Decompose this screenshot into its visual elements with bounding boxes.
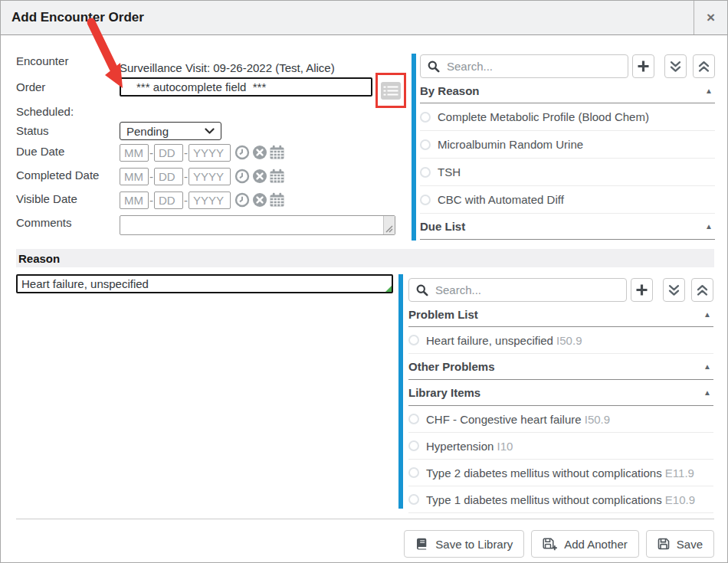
- diagnosis-code: I50.9: [585, 413, 610, 426]
- add-encounter-order-dialog: Add Encounter Order × Encounter Surveill…: [0, 0, 728, 563]
- item-label: Type 2 diabetes mellitus without complic…: [426, 466, 694, 480]
- order-search-input[interactable]: [445, 59, 621, 74]
- clear-circle-icon: [252, 192, 267, 208]
- section-header-by-reason[interactable]: By Reason ▲: [420, 78, 715, 103]
- diagnosis-code: I10: [497, 440, 513, 453]
- item-label: CBC with Automated Diff: [438, 193, 564, 206]
- add-reason-button[interactable]: [631, 278, 653, 302]
- list-item[interactable]: Microalbumin Random Urine: [420, 131, 715, 159]
- completed-date-year-input[interactable]: [189, 168, 231, 185]
- add-order-button[interactable]: [632, 54, 654, 78]
- close-button[interactable]: ×: [694, 1, 727, 34]
- item-label: Microalbumin Random Urine: [438, 138, 583, 151]
- order-autocomplete-input[interactable]: [120, 77, 372, 97]
- section-header-due-list[interactable]: Due List ▲: [420, 214, 715, 240]
- due-date-clear-button[interactable]: [252, 145, 267, 160]
- comments-label: Comments: [16, 216, 72, 229]
- item-label: Type 1 diabetes mellitus without complic…: [426, 493, 695, 506]
- diagnosis-code: I50.9: [556, 334, 582, 347]
- date-separator: -: [149, 194, 153, 207]
- completed-date-clear-button[interactable]: [252, 169, 267, 184]
- panel-accent-bar: [412, 54, 416, 241]
- autocomplete-valid-corner: [385, 286, 392, 292]
- order-picker-panel: By Reason ▲ Complete Metabolic Profile (…: [420, 54, 715, 240]
- due-date-calendar-button[interactable]: [269, 145, 285, 160]
- list-item[interactable]: Type 1 diabetes mellitus without complic…: [408, 486, 713, 513]
- double-chevron-up-icon: [697, 284, 708, 296]
- order-label: Order: [16, 80, 45, 93]
- date-separator: -: [149, 146, 153, 159]
- status-selected-value: Pending: [126, 125, 169, 138]
- section-header-problem-list[interactable]: Problem List ▲: [408, 302, 713, 327]
- double-chevron-up-icon: [698, 61, 710, 73]
- list-item[interactable]: CHF - Congestive heart failure I50.9: [408, 406, 713, 433]
- section-title: By Reason: [420, 84, 480, 97]
- due-date-month-input[interactable]: [120, 144, 149, 162]
- resize-grip-icon: [385, 225, 393, 233]
- visible-date-month-input[interactable]: [120, 191, 149, 209]
- plus-icon: [637, 60, 650, 73]
- section-header-library-items[interactable]: Library Items ▲: [408, 380, 713, 406]
- status-label: Status: [16, 124, 49, 137]
- chevron-down-icon: [205, 128, 215, 134]
- clock-icon: [234, 145, 250, 160]
- radio-icon: [420, 112, 431, 123]
- reason-picker-panel: Problem List ▲ Heart failure, unspecifie…: [408, 278, 713, 513]
- collapse-icon: ▲: [703, 362, 713, 371]
- radio-icon: [408, 467, 419, 478]
- radio-icon: [420, 139, 431, 150]
- list-item[interactable]: Hypertension I10: [408, 433, 713, 460]
- completed-date-month-input[interactable]: [120, 168, 149, 185]
- diagnosis-code: E11.9: [665, 466, 694, 480]
- clear-circle-icon: [252, 169, 267, 184]
- visible-date-time-button[interactable]: [234, 192, 250, 208]
- due-date-year-input[interactable]: [189, 144, 231, 162]
- dialog-header: Add Encounter Order ×: [1, 1, 727, 35]
- item-label: Hypertension I10: [426, 440, 513, 453]
- visible-date-calendar-button[interactable]: [269, 192, 285, 208]
- radio-icon: [408, 494, 419, 505]
- reason-autocomplete-input[interactable]: [16, 274, 393, 293]
- collapse-icon: ▲: [703, 310, 713, 319]
- save-button[interactable]: Save: [646, 530, 714, 558]
- collapse-all-button[interactable]: [691, 278, 713, 302]
- visible-date-year-input[interactable]: [189, 191, 231, 209]
- due-date-time-button[interactable]: [234, 145, 250, 160]
- clear-circle-icon: [252, 145, 267, 160]
- visible-date-label: Visible Date: [16, 192, 77, 205]
- list-item[interactable]: Heart failure, unspecified I50.9: [408, 327, 713, 354]
- reason-search-input[interactable]: [434, 283, 619, 297]
- comments-textarea[interactable]: [120, 215, 395, 235]
- resize-handle[interactable]: [383, 216, 395, 234]
- order-search-box: [420, 54, 628, 78]
- status-select[interactable]: Pending: [120, 122, 221, 140]
- save-to-library-button[interactable]: Save to Library: [404, 530, 524, 558]
- expand-all-button[interactable]: [664, 54, 687, 78]
- footer-button-bar: Save to Library Add Another Save: [404, 530, 714, 558]
- save-icon: [657, 538, 670, 550]
- button-label: Add Another: [564, 538, 628, 551]
- visible-date-clear-button[interactable]: [252, 192, 267, 208]
- section-header-other-problems[interactable]: Other Problems ▲: [408, 354, 713, 380]
- date-separator: -: [184, 146, 188, 159]
- collapse-all-button[interactable]: [693, 54, 715, 78]
- list-item[interactable]: CBC with Automated Diff: [420, 186, 715, 214]
- encounter-label: Encounter: [16, 54, 68, 67]
- completed-date-time-button[interactable]: [234, 169, 250, 184]
- order-lookup-button[interactable]: [380, 81, 402, 100]
- item-label: Complete Metabolic Profile (Blood Chem): [438, 110, 649, 123]
- due-date-label: Due Date: [16, 145, 64, 158]
- due-date-day-input[interactable]: [154, 144, 183, 162]
- list-item[interactable]: Type 2 diabetes mellitus without complic…: [408, 460, 713, 486]
- completed-date-calendar-button[interactable]: [269, 169, 285, 184]
- expand-all-button[interactable]: [663, 278, 685, 302]
- list-item[interactable]: TSH: [420, 159, 715, 186]
- completed-date-day-input[interactable]: [154, 168, 183, 185]
- item-label: CHF - Congestive heart failure I50.9: [426, 413, 610, 426]
- reason-input-wrap: [16, 274, 393, 293]
- collapse-icon: ▲: [705, 87, 715, 95]
- add-another-button[interactable]: Add Another: [531, 530, 639, 558]
- list-item[interactable]: Complete Metabolic Profile (Blood Chem): [420, 103, 715, 131]
- visible-date-day-input[interactable]: [154, 191, 183, 209]
- section-title: Due List: [420, 220, 465, 233]
